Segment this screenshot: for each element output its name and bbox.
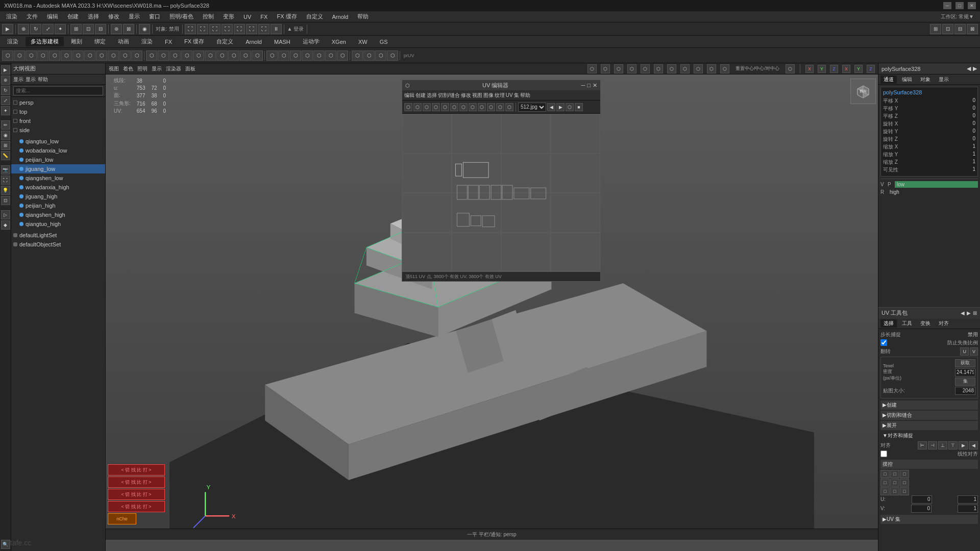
rp-tab-display[interactable]: 显示 (936, 76, 952, 84)
search-input[interactable] (13, 86, 103, 95)
poly-tool3[interactable]: ⬡ (26, 51, 37, 61)
outliner-menu-display2[interactable]: 显示 (26, 76, 36, 83)
licon-scale[interactable]: ⤢ (1, 96, 10, 105)
licon-camera[interactable]: 📷 (1, 165, 10, 174)
poly-tool13[interactable]: ⬡ (146, 51, 157, 61)
poly-tool22[interactable]: ⬡ (252, 51, 263, 61)
licon-light[interactable]: 💡 (1, 186, 10, 195)
nudge-v-input2[interactable] (958, 505, 978, 513)
close-button[interactable]: ✕ (968, 2, 976, 9)
poly-tool17[interactable]: ⬡ (193, 51, 204, 61)
texel-get-btn[interactable]: 获取 (955, 359, 975, 367)
vp-axis-y[interactable]: Y (818, 65, 826, 73)
tool-select[interactable]: ▶ (2, 24, 13, 34)
outliner-front[interactable]: front (11, 116, 105, 126)
poly-tool8[interactable]: ⬡ (84, 51, 95, 61)
poly-tool18[interactable]: ⬡ (205, 51, 216, 61)
uv-set-section-header[interactable]: ▶ UV 集 (880, 515, 978, 524)
uv-menu-image[interactable]: 图像 (483, 92, 494, 99)
vp-tool5[interactable]: ⬡ (641, 64, 650, 73)
nudge-btn-5[interactable]: □ (890, 479, 899, 487)
poly-tool33[interactable]: ⬡ (387, 51, 398, 61)
vp-axis-x2[interactable]: X (842, 65, 850, 73)
vp-axis-y2[interactable]: Y (854, 65, 863, 73)
vp-tool7[interactable]: ⬡ (667, 64, 676, 73)
texel-set-btn[interactable]: 集 (955, 378, 975, 386)
align-btn-6[interactable]: ◀ (969, 441, 978, 449)
poly-tool23[interactable]: ⬡ (266, 51, 278, 61)
uv-tb-nav1[interactable]: ◀ (547, 103, 555, 111)
poly-tool27[interactable]: ⬡ (313, 51, 325, 61)
nudge-btn-4[interactable]: □ (880, 479, 890, 487)
poly-tool29[interactable]: ⬡ (337, 51, 348, 61)
menu-deform[interactable]: 变形 (219, 12, 238, 21)
poly-tool30[interactable]: ⬡ (352, 51, 363, 61)
licon-universal[interactable]: ✦ (1, 106, 10, 115)
poly-tool21[interactable]: ⬡ (240, 51, 251, 61)
render-btn2[interactable]: ⛶ (197, 24, 208, 34)
menu-arnold[interactable]: Arnold (328, 13, 353, 21)
outliner-side[interactable]: side (11, 126, 105, 135)
tab-arnold[interactable]: Arnold (240, 38, 267, 46)
redbtn-1[interactable]: < 切 找 比 打 > (108, 464, 165, 475)
vp-tool10[interactable]: ⬡ (707, 64, 716, 73)
rp-tab-object[interactable]: 对象 (917, 76, 934, 84)
tab-render[interactable]: 渲染 (136, 37, 158, 46)
tab-motion[interactable]: 运动学 (298, 37, 325, 46)
uv-menu-help[interactable]: 帮助 (520, 92, 530, 99)
outliner-menu-help[interactable]: 帮助 (38, 76, 48, 83)
outliner-qiangshen-high[interactable]: qiangshen_high (11, 210, 105, 219)
tool-snap[interactable]: ⊞ (70, 24, 82, 34)
nudge-v-input1[interactable] (911, 505, 932, 513)
vp-tool11[interactable]: ⬡ (720, 64, 729, 73)
layout-btn4[interactable]: ⊠ (967, 24, 978, 34)
uv-tb-btn9[interactable]: ⬡ (478, 103, 486, 111)
poly-tool24[interactable]: ⬡ (278, 51, 289, 61)
tool-move[interactable]: ⊕ (18, 24, 29, 34)
licon-search[interactable]: 🔍 (1, 540, 10, 549)
tab-xw[interactable]: XW (353, 38, 373, 46)
vp-tool8[interactable]: ⬡ (680, 64, 690, 73)
uv-tb-btn8[interactable]: ⬡ (469, 103, 477, 111)
nudge-btn-9[interactable]: □ (900, 487, 909, 495)
poly-tool25[interactable]: ⬡ (290, 51, 301, 61)
licon-rotate[interactable]: ↻ (1, 86, 10, 95)
menu-control[interactable]: 控制 (199, 12, 218, 21)
render-btn4[interactable]: ⛶ (222, 24, 233, 34)
uv-tb-btn5[interactable]: ⬡ (441, 103, 449, 111)
uv-tools-btn2[interactable]: ▶ (967, 310, 971, 316)
align-btn-2[interactable]: ⊣ (928, 441, 937, 449)
vp-tool4[interactable]: ⬡ (627, 64, 636, 73)
vp-tool12[interactable]: ⬡ (786, 64, 795, 73)
uv-tab-align[interactable]: 对齐 (936, 319, 952, 328)
viewport-canvas[interactable]: 线段:380 u:753720 面:377380 三角形:716680 UV:6… (106, 74, 878, 540)
rp-tab-edit[interactable]: 编辑 (899, 76, 915, 84)
licon-render[interactable]: ⛶ (1, 176, 10, 185)
create-section-header[interactable]: ▶ 创建 (880, 400, 978, 410)
tool-magnet[interactable]: ⊛ (111, 24, 122, 34)
nudge-btn-8[interactable]: □ (890, 487, 899, 495)
nudge-u-input1[interactable] (912, 495, 932, 504)
uv-tb-btn4[interactable]: ⬡ (432, 103, 440, 111)
vp-axis-x[interactable]: X (805, 65, 814, 73)
uv-menu-view[interactable]: 视图 (472, 92, 482, 99)
linear-align-checkbox[interactable] (880, 450, 887, 457)
poly-tool14[interactable]: ⬡ (158, 51, 169, 61)
vp-menu-shading[interactable]: 着色 (123, 65, 133, 72)
menu-uv[interactable]: UV (239, 13, 255, 21)
uv-menu-modify[interactable]: 修改 (461, 92, 471, 99)
menu-file[interactable]: 文件 (22, 12, 42, 21)
outliner-qiangtuo-low[interactable]: qiangtuo_low (11, 137, 105, 146)
menu-lighting[interactable]: 照明/着色 (165, 12, 198, 21)
licon-snap[interactable]: ⊞ (1, 141, 10, 150)
uv-tb-btn3[interactable]: ⬡ (423, 103, 431, 111)
uv-tb-btn1[interactable]: ⬡ (404, 103, 412, 111)
outliner-qiangtuo-high[interactable]: qiangtuo_high (11, 219, 105, 229)
poly-tool11[interactable]: ⬡ (119, 51, 131, 61)
tool-snap2[interactable]: ⊡ (83, 24, 94, 34)
uv-texture-select[interactable]: 512.jpg (518, 103, 546, 112)
outliner-wobadanxia-low[interactable]: wobadanxia_low (11, 146, 105, 155)
tab-sculpt[interactable]: 雕刻 (66, 37, 87, 46)
vp-axis-z[interactable]: Z (830, 65, 838, 73)
uv-menu-select[interactable]: 选择 (427, 92, 437, 99)
